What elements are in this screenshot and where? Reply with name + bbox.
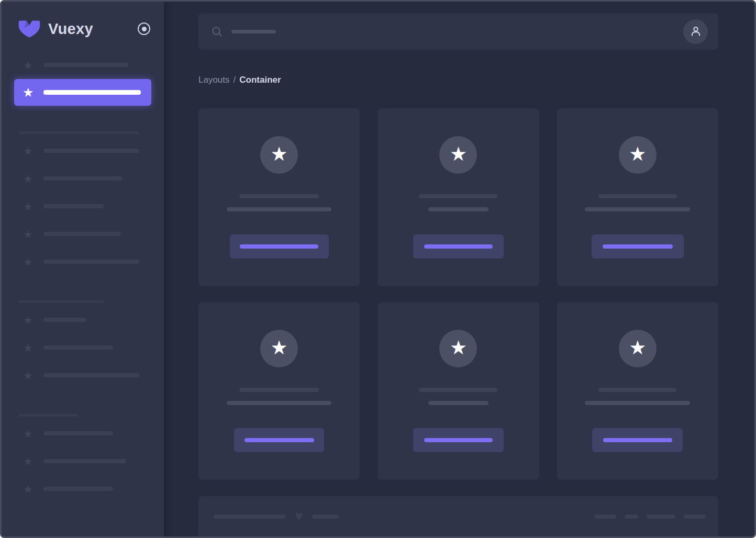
card: ★ bbox=[557, 302, 718, 480]
search-bar[interactable] bbox=[198, 13, 718, 50]
section-header-bar bbox=[19, 300, 104, 303]
card-button[interactable] bbox=[234, 428, 324, 452]
card-title-bar bbox=[239, 388, 319, 392]
star-icon: ★ bbox=[23, 60, 35, 71]
sidebar-item[interactable]: ★ bbox=[2, 455, 151, 467]
cards-grid: ★★★★★★ bbox=[198, 108, 718, 480]
button-label-bar bbox=[603, 244, 673, 249]
user-avatar[interactable] bbox=[683, 19, 708, 44]
card-avatar: ★ bbox=[260, 330, 298, 367]
card: ★ bbox=[377, 302, 539, 480]
breadcrumb-current: Container bbox=[239, 75, 281, 85]
sidebar-item[interactable]: ★ bbox=[2, 313, 151, 326]
heart-icon: ♥ bbox=[295, 509, 303, 523]
card-avatar: ★ bbox=[619, 136, 657, 174]
skeleton-label-bar bbox=[43, 373, 140, 377]
sidebar-item[interactable]: ★ bbox=[2, 341, 151, 354]
card-button[interactable] bbox=[413, 234, 504, 259]
star-icon: ★ bbox=[271, 338, 288, 357]
star-icon: ★ bbox=[450, 144, 467, 164]
footer-link-bar bbox=[684, 514, 706, 519]
button-label-bar bbox=[424, 244, 493, 249]
skeleton-label-bar bbox=[43, 487, 113, 491]
card-button[interactable] bbox=[230, 234, 329, 259]
sidebar-item[interactable]: ★ bbox=[2, 483, 151, 495]
star-icon: ★ bbox=[23, 145, 35, 156]
sidebar-section: ★★★★★ bbox=[2, 131, 164, 268]
sidebar-section: ★★★ bbox=[2, 414, 164, 495]
sidebar-item[interactable]: ★ bbox=[2, 228, 151, 240]
main-content: Layouts/Container ★★★★★★ ♥ bbox=[164, 2, 754, 536]
footer-link-bar bbox=[595, 514, 616, 519]
star-icon: ★ bbox=[450, 338, 467, 357]
button-label-bar bbox=[240, 244, 318, 249]
star-icon: ★ bbox=[23, 86, 36, 99]
card-avatar: ★ bbox=[439, 330, 477, 367]
star-icon: ★ bbox=[23, 484, 35, 495]
card-button[interactable] bbox=[592, 428, 683, 452]
card-avatar: ★ bbox=[619, 330, 657, 367]
star-icon: ★ bbox=[271, 144, 288, 164]
footer-text-bar bbox=[312, 514, 339, 519]
star-icon: ★ bbox=[23, 256, 35, 267]
breadcrumb-separator: / bbox=[234, 75, 236, 85]
skeleton-label-bar bbox=[43, 90, 141, 95]
sidebar: Vuexy ★★★★★★★★★★★★★ bbox=[2, 2, 164, 536]
sidebar-item[interactable]: ★ bbox=[2, 369, 151, 382]
star-icon: ★ bbox=[23, 342, 35, 353]
footer-links bbox=[595, 514, 712, 519]
skeleton-label-bar bbox=[43, 345, 113, 350]
sidebar-header: Vuexy bbox=[2, 2, 164, 40]
brand-name: Vuexy bbox=[48, 20, 93, 38]
card: ★ bbox=[377, 108, 539, 286]
card-title-bar bbox=[598, 388, 676, 392]
skeleton-label-bar bbox=[43, 204, 104, 208]
card-subtitle-bar bbox=[585, 401, 690, 405]
breadcrumb: Layouts/Container bbox=[198, 75, 718, 85]
card-subtitle-bar bbox=[585, 207, 690, 211]
skeleton-label-bar bbox=[43, 176, 122, 181]
skeleton-label-bar bbox=[43, 431, 113, 435]
card-title-bar bbox=[239, 194, 319, 198]
record-circle-icon[interactable] bbox=[138, 23, 150, 35]
skeleton-label-bar bbox=[43, 459, 126, 463]
search-icon bbox=[211, 26, 223, 38]
card-subtitle-bar bbox=[428, 207, 488, 211]
footer: ♥ bbox=[198, 496, 718, 536]
sidebar-item[interactable]: ★ bbox=[2, 172, 151, 185]
card: ★ bbox=[557, 108, 718, 286]
skeleton-label-bar bbox=[43, 63, 128, 67]
sidebar-item[interactable]: ★ bbox=[2, 427, 151, 440]
card-avatar: ★ bbox=[439, 136, 477, 174]
footer-link-bar bbox=[647, 514, 675, 519]
sidebar-item[interactable]: ★ bbox=[2, 255, 151, 268]
breadcrumb-parent[interactable]: Layouts bbox=[198, 75, 230, 85]
sidebar-item[interactable]: ★ bbox=[2, 144, 151, 157]
star-icon: ★ bbox=[23, 173, 35, 184]
skeleton-label-bar bbox=[43, 318, 86, 322]
section-header-bar bbox=[19, 131, 139, 134]
button-label-bar bbox=[424, 438, 493, 442]
sidebar-item[interactable]: ★ bbox=[2, 200, 151, 212]
sidebar-item-active[interactable]: ★ bbox=[14, 79, 151, 106]
card-button[interactable] bbox=[413, 428, 504, 452]
sidebar-item[interactable]: ★ bbox=[2, 59, 151, 71]
app-window: Vuexy ★★★★★★★★★★★★★ Layouts/Container bbox=[0, 0, 756, 538]
card-avatar: ★ bbox=[260, 136, 298, 174]
card: ★ bbox=[198, 108, 360, 286]
star-icon: ★ bbox=[23, 201, 35, 212]
sidebar-section: ★★★ bbox=[2, 300, 164, 382]
skeleton-label-bar bbox=[43, 232, 121, 236]
card-title-bar bbox=[598, 194, 677, 198]
star-icon: ★ bbox=[23, 229, 35, 240]
card-title-bar bbox=[419, 194, 497, 198]
vuexy-logo-icon bbox=[18, 19, 41, 39]
record-circle-dot bbox=[142, 27, 147, 31]
button-label-bar bbox=[603, 438, 672, 442]
skeleton-label-bar bbox=[43, 149, 139, 153]
search-placeholder-bar bbox=[231, 30, 276, 33]
section-header-bar bbox=[19, 414, 77, 417]
star-icon: ★ bbox=[23, 315, 35, 326]
card-subtitle-bar bbox=[428, 401, 488, 405]
card-button[interactable] bbox=[592, 234, 684, 259]
